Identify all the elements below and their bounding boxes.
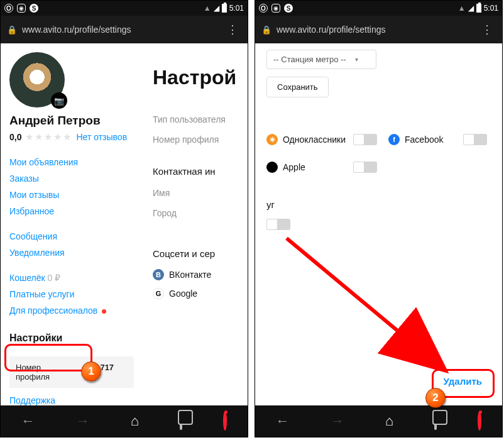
- more-icon[interactable]: ⋮: [479, 23, 496, 36]
- vk-icon: B: [153, 269, 164, 280]
- tabs-icon[interactable]: [434, 413, 437, 429]
- status-bar: O ◉ S ▲ ◢ 5:01: [1, 1, 248, 16]
- camera-icon[interactable]: 📷: [51, 92, 67, 109]
- opera-menu-icon[interactable]: [223, 413, 227, 429]
- browser-bottom-bar: ← → ⌂: [255, 405, 502, 437]
- instagram-icon: ◉: [271, 4, 280, 13]
- screenshot-left: O ◉ S ▲ ◢ 5:01 🔒 www.avito.ru/profile/se…: [0, 0, 248, 437]
- address-bar[interactable]: 🔒 www.avito.ru/profile/settings ⋮: [1, 16, 248, 43]
- svg-line-1: [287, 238, 437, 364]
- forward-icon[interactable]: →: [331, 413, 344, 429]
- rating-score: 0,0: [9, 132, 21, 142]
- toggle-ug[interactable]: [266, 219, 290, 230]
- delete-button[interactable]: Удалить: [437, 371, 488, 392]
- social-ok: ✳ Одноклассники: [266, 130, 346, 149]
- page-title: Настрой: [153, 66, 239, 89]
- toggle-facebook[interactable]: [463, 134, 487, 145]
- toggle-apple[interactable]: [353, 162, 377, 173]
- menu-my-reviews[interactable]: Мои отзывы: [9, 187, 134, 203]
- back-icon[interactable]: ←: [276, 413, 290, 429]
- battery-icon: [222, 4, 227, 13]
- menu-support[interactable]: Поддержка: [9, 388, 134, 405]
- wifi-icon: ▲: [204, 4, 211, 13]
- page-content-right: -- Станция метро -- ▾ Сохранить ✳ Однокл…: [255, 43, 502, 405]
- menu-notifications[interactable]: Уведомления: [9, 245, 134, 261]
- save-button[interactable]: Сохранить: [266, 77, 329, 97]
- status-bar: O ◉ S ▲ ◢ 5:01: [255, 1, 502, 16]
- ok-icon: ✳: [266, 134, 278, 145]
- toggle-ok[interactable]: [353, 134, 377, 145]
- forward-icon[interactable]: →: [76, 413, 90, 429]
- apple-icon: [266, 162, 278, 173]
- rating-stars-icon: ★★★★★: [25, 131, 72, 143]
- label-user-type: Тип пользователя: [153, 109, 239, 129]
- browser-bottom-bar: ← → ⌂: [1, 405, 248, 437]
- url-text: www.avito.ru/profile/settings: [22, 25, 224, 35]
- opera-icon: O: [259, 4, 268, 13]
- social-vk[interactable]: B ВКонтакте: [153, 265, 239, 284]
- menu-favorites[interactable]: Избранное: [9, 203, 134, 219]
- menu-paid[interactable]: Платные услуги: [9, 286, 134, 302]
- label-ug: уг: [266, 199, 491, 210]
- instagram-icon: ◉: [17, 4, 26, 13]
- menu-my-ads[interactable]: Мои объявления: [9, 154, 134, 170]
- metro-select[interactable]: -- Станция метро -- ▾: [266, 50, 376, 69]
- red-dot-icon: [102, 309, 106, 314]
- tabs-icon[interactable]: [180, 413, 182, 429]
- menu-messages[interactable]: Сообщения: [9, 228, 134, 245]
- wifi-icon: ▲: [458, 4, 466, 13]
- chevron-down-icon: ▾: [355, 56, 358, 63]
- label-socials: Соцсети и сер: [153, 223, 239, 265]
- facebook-icon: f: [388, 134, 400, 145]
- opera-icon: O: [4, 4, 13, 13]
- signal-icon: ◢: [468, 4, 474, 13]
- label-name-field: Имя: [153, 183, 239, 203]
- annotation-badge-1: 1: [81, 361, 101, 382]
- profile-name: Андрей Петров: [9, 114, 134, 128]
- google-icon: G: [153, 288, 164, 299]
- annotation-badge-2: 2: [425, 388, 446, 408]
- no-reviews-link[interactable]: Нет отзывов: [76, 132, 127, 142]
- menu-wallet[interactable]: Кошелёк 0 ₽: [9, 270, 134, 286]
- signal-icon: ◢: [214, 4, 219, 13]
- home-icon[interactable]: ⌂: [131, 413, 139, 429]
- opera-menu-icon[interactable]: [478, 413, 481, 429]
- social-apple: Apple: [266, 158, 346, 177]
- avatar[interactable]: 📷: [9, 52, 65, 107]
- label-city-field: Город: [153, 203, 239, 223]
- battery-icon: [476, 4, 481, 13]
- shazam-icon: S: [30, 4, 38, 13]
- back-icon[interactable]: ←: [21, 413, 35, 429]
- url-text: www.avito.ru/profile/settings: [277, 25, 479, 35]
- label-profile-num: Номер профиля: [153, 129, 239, 150]
- home-icon[interactable]: ⌂: [385, 413, 393, 429]
- lock-icon: 🔒: [7, 25, 17, 35]
- label-contact-info: Контактная ин: [153, 150, 239, 183]
- social-google[interactable]: G Google: [153, 284, 239, 303]
- menu-settings-active[interactable]: Настройки: [9, 327, 134, 350]
- clock: 5:01: [484, 4, 498, 13]
- lock-icon: 🔒: [261, 25, 271, 35]
- address-bar[interactable]: 🔒 www.avito.ru/profile/settings ⋮: [255, 16, 502, 43]
- profile-number-label: Номер профиля: [16, 363, 74, 382]
- more-icon[interactable]: ⋮: [224, 23, 241, 36]
- clock: 5:01: [229, 4, 244, 13]
- screenshot-right: O ◉ S ▲ ◢ 5:01 🔒 www.avito.ru/profile/se…: [255, 0, 503, 437]
- menu-pro[interactable]: Для профессионалов: [9, 302, 134, 319]
- menu-orders[interactable]: Заказы: [9, 170, 134, 187]
- shazam-icon: S: [284, 4, 293, 13]
- social-facebook: f Facebook: [388, 130, 456, 149]
- page-content-left: 📷 Андрей Петров 0,0 ★★★★★ Нет отзывов Мо…: [1, 43, 248, 405]
- profile-number-row: Номер профиля 208 717 327: [9, 356, 134, 388]
